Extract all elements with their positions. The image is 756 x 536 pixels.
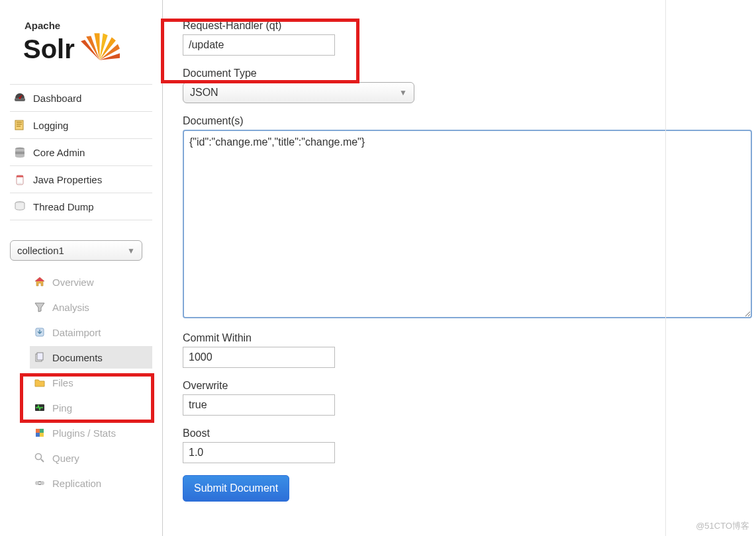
request-handler-group: Request-Handler (qt)	[183, 20, 752, 56]
request-handler-input[interactable]	[183, 34, 335, 56]
document-type-group: Document Type JSON ▼	[183, 67, 752, 103]
replication-icon	[34, 477, 46, 489]
dashboard-icon	[13, 91, 26, 105]
nav-dashboard[interactable]: Dashboard	[10, 85, 152, 111]
document-type-value: JSON	[190, 87, 218, 99]
svg-rect-6	[17, 126, 21, 126]
solr-label: Solr	[23, 34, 75, 64]
nav-core-admin-label: Core Admin	[33, 147, 85, 158]
boost-group: Boost	[183, 427, 752, 463]
ping-icon	[34, 402, 46, 414]
thread-dump-icon	[13, 200, 26, 213]
subnav-analysis[interactable]: Analysis	[30, 296, 152, 318]
subnav-ping[interactable]: Ping	[30, 396, 152, 419]
subnav-ping-label: Ping	[52, 402, 72, 414]
svg-rect-9	[17, 175, 23, 177]
request-handler-label: Request-Handler (qt)	[183, 20, 752, 32]
chevron-down-icon: ▼	[399, 88, 407, 97]
search-icon	[34, 452, 46, 464]
svg-rect-14	[37, 353, 43, 360]
chevron-down-icon: ▼	[127, 246, 135, 255]
main-panel: Request-Handler (qt) Document Type JSON …	[162, 0, 756, 536]
overwrite-label: Overwrite	[183, 380, 752, 392]
logging-icon	[13, 118, 26, 132]
boost-label: Boost	[183, 427, 752, 439]
svg-rect-4	[17, 122, 22, 122]
sidebar: Apache Solr	[0, 0, 162, 536]
nav-java-properties-label: Java Properties	[33, 174, 102, 185]
document-type-select[interactable]: JSON ▼	[183, 82, 414, 103]
documents-label: Document(s)	[183, 115, 752, 127]
nav-dashboard-label: Dashboard	[33, 93, 81, 104]
submit-document-button[interactable]: Submit Document	[183, 475, 289, 502]
overwrite-group: Overwrite	[183, 380, 752, 416]
dataimport-icon	[34, 326, 46, 338]
nav-thread-dump[interactable]: Thread Dump	[10, 193, 152, 220]
nav-logging[interactable]: Logging	[10, 112, 152, 138]
svg-rect-5	[17, 124, 22, 124]
subnav-analysis-label: Analysis	[52, 302, 89, 313]
svg-rect-16	[36, 429, 40, 433]
java-properties-icon	[13, 173, 26, 186]
overwrite-input[interactable]	[183, 394, 335, 416]
folder-icon	[34, 377, 46, 388]
watermark: @51CTO博客	[696, 520, 749, 532]
solr-sun-icon	[78, 28, 121, 71]
subnav-replication[interactable]: Replication	[30, 472, 152, 494]
subnav-replication-label: Replication	[52, 478, 101, 489]
commit-within-input[interactable]	[183, 347, 335, 368]
main-nav: Dashboard Logging Core Admin Java Proper…	[10, 84, 152, 220]
nav-core-admin[interactable]: Core Admin	[10, 139, 152, 165]
nav-java-properties[interactable]: Java Properties	[10, 166, 152, 193]
subnav-documents-label: Documents	[52, 352, 103, 363]
svg-rect-18	[36, 433, 40, 437]
commit-within-group: Commit Within	[183, 332, 752, 368]
subnav-query-label: Query	[52, 453, 79, 464]
core-selector[interactable]: collection1 ▼	[10, 240, 142, 261]
documents-group: Document(s)	[183, 115, 752, 320]
core-subnav: Overview Analysis Dataimport Documents F…	[10, 271, 152, 494]
subnav-query[interactable]: Query	[30, 447, 152, 469]
documents-icon	[34, 351, 46, 363]
home-icon	[34, 276, 46, 288]
svg-rect-19	[40, 433, 44, 437]
nav-logging-label: Logging	[33, 120, 68, 131]
commit-within-label: Commit Within	[183, 332, 752, 344]
subnav-overview[interactable]: Overview	[30, 271, 152, 293]
subnav-overview-label: Overview	[52, 277, 94, 288]
funnel-icon	[34, 301, 46, 313]
subnav-dataimport-label: Dataimport	[52, 327, 101, 338]
svg-rect-17	[40, 429, 44, 433]
svg-point-20	[36, 454, 42, 460]
panel-divider	[665, 0, 666, 536]
subnav-files[interactable]: Files	[30, 371, 152, 394]
svg-rect-10	[18, 183, 22, 184]
logo: Apache Solr	[10, 7, 152, 77]
documents-textarea[interactable]	[183, 130, 752, 318]
boost-input[interactable]	[183, 442, 335, 463]
document-type-label: Document Type	[183, 67, 752, 79]
core-admin-icon	[13, 146, 26, 159]
core-selector-value: collection1	[17, 245, 64, 256]
subnav-plugins-stats-label: Plugins / Stats	[52, 427, 116, 439]
subnav-dataimport[interactable]: Dataimport	[30, 321, 152, 343]
subnav-plugins-stats[interactable]: Plugins / Stats	[30, 422, 152, 444]
subnav-files-label: Files	[52, 377, 73, 388]
subnav-documents[interactable]: Documents	[30, 346, 152, 369]
plugins-icon	[34, 427, 46, 439]
svg-line-21	[41, 459, 44, 462]
nav-thread-dump-label: Thread Dump	[33, 201, 94, 212]
